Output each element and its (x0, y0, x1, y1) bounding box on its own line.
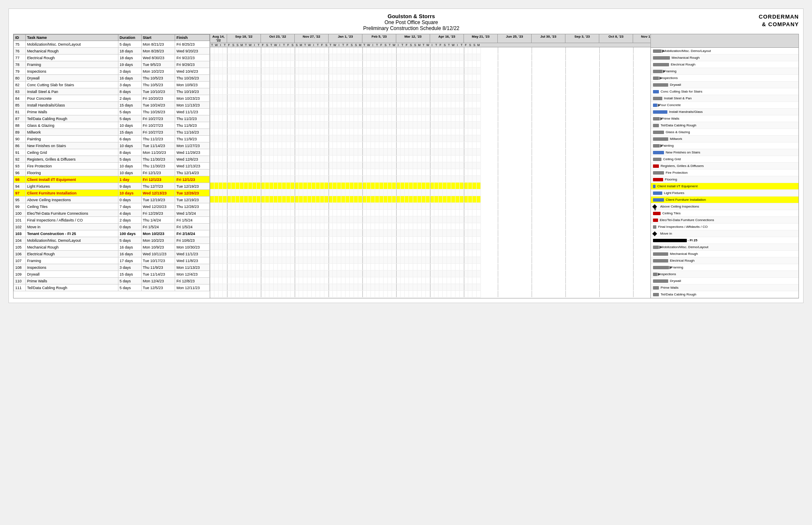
grid-line (329, 47, 329, 54)
gantt-label-text: Mechanical Rough (670, 252, 698, 256)
month-label: Oct 8, '23 (599, 34, 633, 43)
gantt-label-text: Inspections (661, 76, 678, 80)
gantt-row (210, 88, 481, 95)
grid-line (362, 243, 363, 250)
grid-line (498, 203, 498, 209)
grid-line (464, 284, 464, 290)
grid-line (362, 216, 363, 223)
grid-line (430, 230, 431, 236)
gantt-labels-header (651, 34, 798, 48)
grid-line (329, 264, 329, 270)
gantt-chart: Aug 14, '22Sep 18, '22Oct 23, '22Nov 27,… (210, 34, 650, 298)
grid-line (261, 176, 261, 182)
table-row: 88Glass & Glazing10 daysFri 10/27/23Thu … (14, 122, 210, 129)
grid-line (430, 162, 431, 169)
grid-line (565, 88, 566, 94)
grid-line (362, 237, 363, 243)
day-col: F (261, 43, 265, 47)
grid-line (565, 156, 566, 162)
grid-line (227, 284, 228, 290)
schedule-title: Preliminary Construction Schedule 8/12/2… (64, 25, 759, 31)
grid-line (565, 115, 566, 121)
gantt-row (210, 271, 481, 277)
gantt-label-row: Above Ceiling Inspections (651, 203, 798, 210)
grid-line (396, 264, 397, 270)
gantt-row (210, 122, 481, 129)
gantt-label-text: Fire Protection (666, 171, 688, 175)
gantt-label-row: Fire Protection (651, 170, 798, 176)
grid-line (565, 122, 566, 128)
table-row: 102Move in0 daysFri 1/5/24Fri 1/5/24 (14, 224, 210, 230)
grid-line (329, 74, 329, 81)
grid-line (464, 277, 464, 284)
grid-line (329, 271, 329, 277)
grid-line (362, 230, 363, 236)
month-label: Mar 12, '23 (396, 34, 430, 43)
month-label: Feb 5, '23 (362, 34, 396, 43)
grid-line (633, 189, 634, 196)
day-col: T (316, 43, 320, 47)
grid-line (396, 223, 397, 230)
table-row: 96Flooring10 daysFri 12/1/23Thu 12/14/23 (14, 170, 210, 176)
day-col: W (214, 43, 219, 47)
grid-line (430, 189, 431, 196)
grid-line (498, 176, 498, 182)
grid-line (295, 277, 295, 284)
grid-line (599, 54, 600, 60)
grid-line (261, 264, 261, 270)
grid-line (430, 81, 431, 88)
grid-line (227, 264, 228, 270)
grid-line (565, 223, 566, 230)
grid-line (227, 210, 228, 216)
page-header: Goulston & Storrs One Post Office Square… (13, 13, 799, 31)
grid-line (362, 61, 363, 67)
grid-line (227, 271, 228, 277)
day-col: S (231, 43, 236, 47)
grid-line (295, 216, 295, 223)
grid-line (430, 277, 431, 284)
day-col: T (269, 43, 274, 47)
grid-line (396, 101, 397, 108)
grid-line (295, 284, 295, 290)
day-col: S (350, 43, 354, 47)
table-row: 93Fire Protection10 daysThu 11/30/23Wed … (14, 163, 210, 170)
grid-line (633, 183, 634, 189)
grid-line (565, 216, 566, 223)
table-row: 75Mobilization/Misc. Demo/Layout5 daysMo… (14, 41, 210, 48)
grid-line (329, 250, 329, 257)
grid-line (430, 108, 431, 115)
day-col: M (299, 43, 303, 47)
table-row: 100Elec/Tel-Data Furniture Connections4 … (14, 210, 210, 217)
grid-line (565, 176, 566, 182)
gantt-bar (653, 293, 659, 296)
grid-line (633, 162, 634, 169)
grid-line (498, 47, 498, 54)
grid-line (261, 271, 261, 277)
grid-line (599, 284, 600, 290)
grid-line (464, 162, 464, 169)
grid-line (498, 264, 498, 270)
day-col: W (333, 43, 337, 47)
grid-line (498, 74, 498, 81)
table-row: 107Framing17 daysTue 10/17/23Wed 11/8/23 (14, 257, 210, 264)
grid-line (599, 129, 600, 135)
gantt-row (210, 115, 481, 122)
grid-line (396, 230, 397, 236)
grid-line (396, 291, 397, 297)
table-row: 85Install Handrails/Glass15 daysTue 10/2… (14, 102, 210, 109)
grid-line (633, 101, 634, 108)
col-header-task: Task Name (25, 35, 118, 41)
grid-line (599, 95, 600, 101)
grid-line (396, 277, 397, 284)
gantt-bar (653, 124, 659, 127)
grid-line (227, 88, 228, 94)
grid-line (532, 68, 532, 74)
grid-line (362, 149, 363, 155)
gantt-bar (653, 117, 660, 120)
grid-line (396, 271, 397, 277)
logo-line2: & COMPANY (759, 21, 799, 28)
grid-line (430, 101, 431, 108)
table-row: 92Registers, Grilles & Diffusers5 daysTh… (14, 156, 210, 163)
grid-line (633, 129, 634, 135)
grid-line (261, 142, 261, 148)
